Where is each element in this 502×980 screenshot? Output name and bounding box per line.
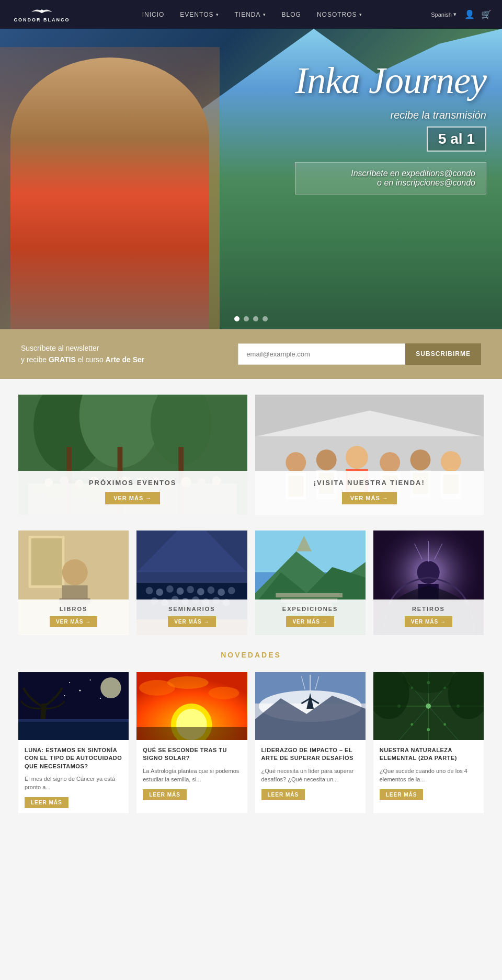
user-icon[interactable]: 👤 bbox=[464, 9, 475, 19]
svg-rect-44 bbox=[31, 538, 62, 585]
category-retiros[interactable]: RETIROS VER MÁS → bbox=[373, 531, 484, 635]
nav-inicio[interactable]: INICIO bbox=[142, 11, 165, 18]
svg-point-57 bbox=[187, 586, 195, 593]
svg-point-59 bbox=[208, 586, 215, 594]
luna-title: LUNA: ESTAMOS EN SINTONÍA CON EL TIPO DE… bbox=[25, 746, 122, 770]
slider-dot-3[interactable] bbox=[253, 316, 258, 321]
eventos-dropdown-icon: ▾ bbox=[216, 12, 219, 17]
naturaleza-read-more-button[interactable]: LEER MÁS bbox=[380, 789, 424, 800]
nav-blog[interactable]: BLOG bbox=[282, 11, 301, 18]
luna-content: LUNA: ESTAMOS EN SINTONÍA CON EL TIPO DE… bbox=[18, 740, 129, 813]
svg-point-104 bbox=[167, 676, 209, 689]
hero-title: Inka Journey bbox=[295, 60, 486, 101]
condor-icon bbox=[29, 7, 55, 17]
site-header: CONDOR BLANCO INICIO EVENTOS ▾ TIENDA ▾ … bbox=[0, 0, 502, 29]
svg-point-94 bbox=[64, 695, 65, 696]
luna-excerpt: El mes del signo de Cáncer ya está pront… bbox=[25, 775, 122, 792]
luna-image bbox=[18, 672, 129, 740]
nav-eventos[interactable]: EVENTOS ▾ bbox=[180, 11, 219, 18]
naturaleza-content: NUESTRA NATURALEZA ELEMENTAL (2DA PARTE)… bbox=[373, 740, 484, 805]
svg-point-92 bbox=[69, 682, 70, 683]
retiros-overlay: RETIROS VER MÁS → bbox=[373, 599, 484, 635]
hero-slider: Inka Journey recibe la transmisión 5 al … bbox=[0, 29, 502, 329]
newsletter-submit-button[interactable]: SUBSCRIBIRME bbox=[405, 343, 481, 365]
slider-dots bbox=[234, 316, 268, 321]
seminarios-title: SEMINARIOS bbox=[142, 606, 242, 612]
signo-read-more-button[interactable]: LEER MÁS bbox=[143, 789, 187, 800]
news-card-naturaleza[interactable]: NUESTRA NATURALEZA ELEMENTAL (2DA PARTE)… bbox=[373, 672, 484, 813]
hero-text-block: Inka Journey recibe la transmisión 5 al … bbox=[295, 60, 486, 194]
svg-point-36 bbox=[410, 449, 430, 470]
luna-svg bbox=[18, 672, 129, 740]
liderazgo-title: LIDERAZGO DE IMPACTO – EL ARTE DE SUPERA… bbox=[261, 746, 359, 763]
nav-nosotros[interactable]: NOSOTROS ▾ bbox=[317, 11, 362, 18]
svg-point-61 bbox=[228, 587, 235, 594]
events-card-button[interactable]: VER MÁS → bbox=[105, 492, 160, 504]
promo-cards-grid: PRÓXIMOS EVENTOS VER MÁS → bbox=[0, 395, 502, 515]
svg-point-33 bbox=[380, 452, 400, 473]
news-card-luna[interactable]: LUNA: ESTAMOS EN SINTONÍA CON EL TIPO DE… bbox=[18, 672, 129, 813]
categories-grid: LIBROS VER MÁS → bbox=[0, 531, 502, 635]
hero-subtitle: recibe la transmisión bbox=[295, 109, 486, 121]
liderazgo-content: LIDERAZGO DE IMPACTO – EL ARTE DE SUPERA… bbox=[255, 740, 366, 805]
svg-rect-101 bbox=[136, 727, 247, 740]
brand-name-text: CONDOR BLANCO bbox=[14, 17, 70, 22]
svg-point-30 bbox=[346, 446, 368, 469]
news-card-signo[interactable]: QUÉ SE ESCONDE TRAS TU SIGNO SOLAR? La A… bbox=[136, 672, 247, 813]
category-seminarios[interactable]: SEMINARIOS VER MÁS → bbox=[136, 531, 247, 635]
slider-dot-2[interactable] bbox=[244, 316, 249, 321]
signo-svg bbox=[136, 672, 247, 740]
category-expediciones[interactable]: EXPEDICIONES VER MÁS → bbox=[255, 531, 366, 635]
luna-read-more-button[interactable]: LEER MÁS bbox=[25, 797, 69, 808]
nav-tienda[interactable]: TIENDA ▾ bbox=[235, 11, 266, 18]
svg-point-45 bbox=[62, 559, 88, 585]
svg-rect-91 bbox=[18, 719, 129, 722]
svg-point-53 bbox=[146, 587, 153, 594]
shop-card-button[interactable]: VER MÁS → bbox=[342, 492, 397, 504]
news-card-liderazgo[interactable]: LIDERAZGO DE IMPACTO – EL ARTE DE SUPERA… bbox=[255, 672, 366, 813]
signo-image bbox=[136, 672, 247, 740]
svg-rect-75 bbox=[276, 593, 343, 597]
newsletter-section: Suscríbete al newsletter y recibe GRATIS… bbox=[0, 329, 502, 379]
main-nav: INICIO EVENTOS ▾ TIENDA ▾ BLOG NOSOTROS … bbox=[73, 11, 431, 18]
seminarios-button[interactable]: VER MÁS → bbox=[168, 616, 215, 627]
naturaleza-svg bbox=[373, 672, 484, 740]
retiros-button[interactable]: VER MÁS → bbox=[405, 616, 452, 627]
signo-excerpt: La Astrología plantea que si podemos est… bbox=[143, 767, 241, 784]
newsletter-email-input[interactable] bbox=[238, 343, 405, 365]
expediciones-button[interactable]: VER MÁS → bbox=[286, 616, 334, 627]
liderazgo-svg bbox=[255, 672, 366, 740]
svg-point-122 bbox=[426, 704, 431, 709]
liderazgo-image bbox=[255, 672, 366, 740]
events-card-overlay: PRÓXIMOS EVENTOS VER MÁS → bbox=[18, 471, 247, 515]
promo-card-events[interactable]: PRÓXIMOS EVENTOS VER MÁS → bbox=[18, 395, 247, 515]
language-selector[interactable]: Spanish ▾ bbox=[431, 11, 457, 18]
svg-point-130 bbox=[443, 723, 446, 725]
retiros-title: RETIROS bbox=[379, 606, 478, 612]
header-icons-group: 👤 🛒 bbox=[464, 9, 492, 19]
category-libros[interactable]: LIBROS VER MÁS → bbox=[18, 531, 129, 635]
novedades-grid: LUNA: ESTAMOS EN SINTONÍA CON EL TIPO DE… bbox=[18, 672, 484, 813]
liderazgo-excerpt: ¿Qué necesita un líder para superar desa… bbox=[261, 767, 359, 784]
libros-overlay: LIBROS VER MÁS → bbox=[18, 599, 129, 635]
hero-contact: Inscríbete en expeditions@condo o en ins… bbox=[295, 162, 486, 194]
novedades-heading: NOVEDADES bbox=[18, 651, 484, 659]
slider-dot-1[interactable] bbox=[234, 316, 239, 321]
tienda-dropdown-icon: ▾ bbox=[263, 12, 266, 17]
nosotros-dropdown-icon: ▾ bbox=[359, 12, 362, 17]
site-logo[interactable]: CONDOR BLANCO bbox=[10, 7, 73, 22]
naturaleza-title: NUESTRA NATURALEZA ELEMENTAL (2DA PARTE) bbox=[380, 746, 477, 763]
promo-card-shop[interactable]: ¡VISITA NUESTRA TIENDA! VER MÁS → bbox=[255, 395, 484, 515]
naturaleza-image bbox=[373, 672, 484, 740]
hero-dates: 5 al 1 bbox=[427, 126, 486, 152]
svg-rect-90 bbox=[18, 719, 129, 740]
newsletter-text: Suscríbete al newsletter y recibe GRATIS… bbox=[21, 342, 144, 366]
slider-dot-4[interactable] bbox=[263, 316, 268, 321]
cart-icon[interactable]: 🛒 bbox=[481, 9, 492, 19]
libros-button[interactable]: VER MÁS → bbox=[50, 616, 97, 627]
svg-point-96 bbox=[100, 698, 101, 699]
svg-point-88 bbox=[100, 677, 121, 698]
svg-point-58 bbox=[197, 588, 204, 595]
liderazgo-read-more-button[interactable]: LEER MÁS bbox=[261, 789, 305, 800]
shop-card-title: ¡VISITA NUESTRA TIENDA! bbox=[266, 479, 474, 487]
